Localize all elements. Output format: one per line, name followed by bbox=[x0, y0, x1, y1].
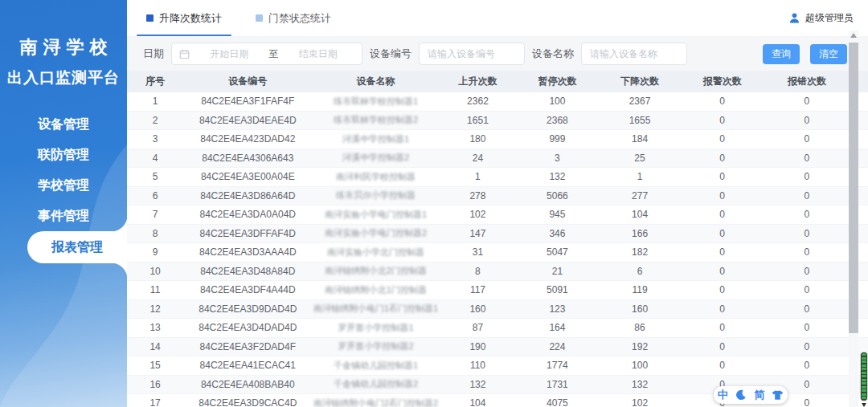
cell-down: 132 bbox=[599, 379, 682, 390]
cell-alarm: 0 bbox=[681, 360, 764, 371]
cell-pause: 346 bbox=[516, 228, 599, 239]
sidebar-item-2[interactable]: 联防管理 bbox=[0, 140, 127, 170]
content-scrollbar[interactable] bbox=[849, 31, 858, 407]
cell-device-id: 84C2E4EA3DFFAF4D bbox=[183, 228, 312, 239]
cell-down: 160 bbox=[599, 303, 682, 315]
cell-up: 1651 bbox=[440, 115, 516, 126]
user-icon bbox=[788, 12, 800, 24]
cell-device-id: 84C2E4EA3F1FAF4F bbox=[183, 96, 312, 107]
cell-up: 147 bbox=[440, 228, 516, 239]
column-header: 序号 bbox=[127, 75, 183, 88]
edge-scrollbar-thumb[interactable] bbox=[861, 352, 867, 401]
tab-1[interactable]: 升降次数统计 bbox=[146, 0, 222, 36]
cell-down: 100 bbox=[599, 360, 682, 371]
user-name: 超级管理员 bbox=[805, 11, 854, 25]
cell-alarm: 0 bbox=[681, 190, 764, 201]
cell-seq: 14 bbox=[127, 341, 183, 352]
cell-pause: 123 bbox=[516, 303, 599, 315]
search-button[interactable]: 查询 bbox=[763, 44, 800, 64]
cell-device-name: 浔溪中学控制器1 bbox=[312, 133, 439, 145]
cell-pause: 2368 bbox=[516, 115, 599, 126]
date-range-picker[interactable]: 开始日期 至 结束日期 bbox=[171, 43, 362, 65]
tab-label: 门禁状态统计 bbox=[268, 11, 331, 26]
cell-alarm: 0 bbox=[681, 284, 764, 295]
cell-down: 104 bbox=[599, 209, 682, 220]
date-start-placeholder[interactable]: 开始日期 bbox=[193, 47, 266, 61]
app-title: 南浔学校 出入口监测平台 bbox=[0, 35, 127, 88]
cell-up: 31 bbox=[440, 246, 516, 258]
filter-bar: 日期 开始日期 至 结束日期 设备编号 设备名称 查询 清空 bbox=[127, 36, 868, 71]
sidebar-item-4[interactable]: 事件管理 bbox=[0, 201, 127, 231]
cell-device-id: 84C2E4EA408BAB40 bbox=[183, 379, 312, 390]
cell-device-id: 84C2E4EA3DA0A04D bbox=[183, 209, 312, 220]
cell-down: 119 bbox=[599, 284, 682, 295]
table-row: 384C2E4EA423DAD42浔溪中学控制器118099918400 bbox=[127, 130, 868, 149]
cell-error: 0 bbox=[764, 246, 850, 258]
cell-up: 132 bbox=[440, 379, 516, 390]
cell-seq: 6 bbox=[127, 190, 183, 201]
cell-down: 6 bbox=[599, 266, 682, 277]
cell-device-name: 练市贝尔小学控制器 bbox=[312, 189, 439, 201]
cell-down: 2367 bbox=[599, 96, 682, 107]
cell-seq: 7 bbox=[127, 209, 183, 220]
clear-button[interactable]: 清空 bbox=[810, 44, 847, 64]
cell-up: 117 bbox=[440, 284, 516, 295]
cell-alarm: 0 bbox=[681, 266, 764, 277]
app-window: 南浔学校 出入口监测平台 设备管理联防管理学校管理事件管理报表管理 升降次数统计… bbox=[0, 0, 868, 407]
cell-up: 24 bbox=[440, 153, 516, 164]
skin-icon[interactable] bbox=[772, 389, 784, 401]
calendar-icon bbox=[179, 49, 190, 59]
cell-pause: 5066 bbox=[516, 190, 599, 201]
device-id-input[interactable] bbox=[419, 43, 525, 65]
cell-device-id: 84C2E4EA3E00A04E bbox=[183, 171, 312, 182]
scrollbar-thumb[interactable] bbox=[849, 43, 858, 333]
cell-seq: 1 bbox=[127, 96, 183, 107]
cell-pause: 999 bbox=[516, 133, 599, 144]
column-header: 下降次数 bbox=[599, 75, 682, 88]
sidebar-item-1[interactable]: 设备管理 bbox=[0, 109, 127, 140]
cell-error: 0 bbox=[764, 341, 850, 352]
cell-down: 102 bbox=[599, 397, 682, 407]
cell-device-id: 84C2E4EA3DF4A44D bbox=[183, 284, 312, 295]
date-end-placeholder[interactable]: 结束日期 bbox=[282, 47, 355, 61]
moon-icon[interactable] bbox=[735, 389, 747, 401]
table-row: 484C2E4EA4306A643浔溪中学控制器22432500 bbox=[127, 149, 868, 169]
cell-device-id: 84C2E4EA3D86A64D bbox=[183, 190, 312, 201]
cell-alarm: 0 bbox=[681, 153, 764, 164]
column-header: 报警次数 bbox=[681, 75, 764, 88]
cell-alarm: 0 bbox=[681, 96, 764, 107]
cell-device-id: 84C2E4EA3D9CAC4D bbox=[183, 397, 312, 407]
scrollbar-up-arrow-icon[interactable] bbox=[850, 33, 857, 38]
ime-toolbar: 中 简 bbox=[714, 386, 788, 404]
column-header: 上升次数 bbox=[440, 75, 516, 88]
ime-charset-button[interactable]: 简 bbox=[754, 388, 764, 402]
cell-pause: 5091 bbox=[516, 284, 599, 295]
cell-device-name: 南浔锦绣附小电门2石门控制器2 bbox=[312, 397, 439, 407]
cell-seq: 11 bbox=[127, 284, 183, 295]
sidebar-item-3[interactable]: 学校管理 bbox=[0, 170, 127, 201]
cell-device-name: 千金镇幼儿园控制器2 bbox=[312, 378, 439, 390]
sidebar-item-5[interactable]: 报表管理 bbox=[27, 231, 127, 263]
cell-device-name: 罗开富小学控制器2 bbox=[312, 340, 439, 352]
cell-pause: 1731 bbox=[516, 379, 599, 390]
tab-2[interactable]: 门禁状态统计 bbox=[256, 0, 331, 36]
ime-mode-button[interactable]: 中 bbox=[718, 388, 728, 402]
table-row: 684C2E4EA3D86A64D练市贝尔小学控制器278506627700 bbox=[127, 187, 868, 206]
table-body: 184C2E4EA3F1FAF4F练市双林学校控制器12362100236700… bbox=[127, 92, 868, 407]
cell-pause: 945 bbox=[516, 209, 599, 220]
device-name-input[interactable] bbox=[581, 43, 687, 65]
cell-error: 0 bbox=[764, 228, 850, 239]
table-row: 784C2E4EA3DA0A04D南浔实验小学电门控制器110294510400 bbox=[127, 206, 868, 225]
sidebar: 南浔学校 出入口监测平台 设备管理联防管理学校管理事件管理报表管理 bbox=[0, 0, 127, 407]
cell-alarm: 0 bbox=[681, 322, 764, 333]
cell-down: 182 bbox=[599, 246, 682, 258]
cell-device-name: 千金镇幼儿园控制器1 bbox=[312, 360, 439, 372]
cell-pause: 21 bbox=[516, 266, 599, 277]
cell-up: 160 bbox=[440, 303, 516, 315]
cell-device-name: 练市双林学校控制器1 bbox=[312, 96, 439, 108]
cell-pause: 164 bbox=[516, 322, 599, 333]
cell-device-name: 南浔实验小学北门控制器 bbox=[312, 246, 439, 258]
edge-scrollbar-down-arrow-icon[interactable] bbox=[862, 403, 866, 407]
cell-seq: 17 bbox=[127, 397, 183, 407]
app-title-line2: 出入口监测平台 bbox=[0, 67, 127, 88]
